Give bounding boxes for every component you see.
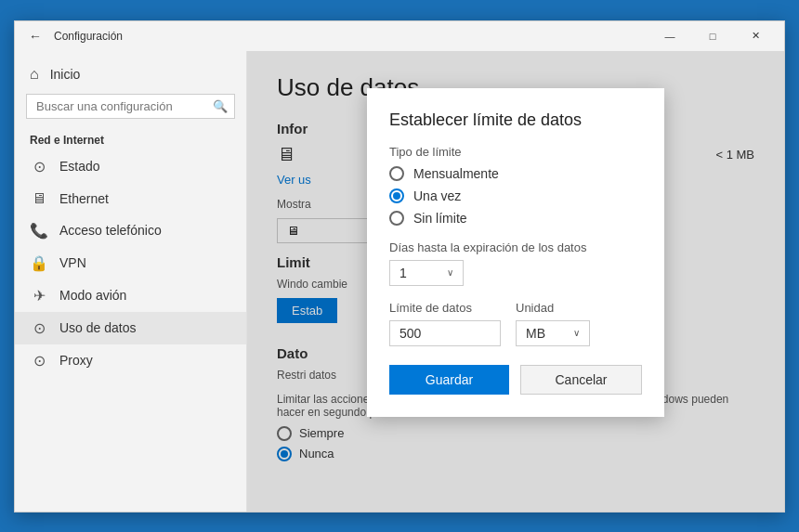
dias-value: 1: [400, 266, 407, 280]
sidebar-section-label: Red e Internet: [15, 126, 246, 150]
search-input[interactable]: [26, 94, 235, 119]
chevron-down-icon: ∨: [573, 328, 580, 338]
sidebar-item-label: Estado: [59, 159, 100, 174]
sidebar-item-label: Ethernet: [59, 191, 109, 206]
mensualmente-label: Mensualmente: [413, 166, 499, 181]
unidad-field: Unidad MB ∨: [516, 301, 590, 346]
sidebar-item-label: Modo avión: [59, 288, 126, 303]
home-icon: ⌂: [30, 66, 39, 83]
tipo-radio-group: Mensualmente Una vez Sin límite: [389, 166, 642, 226]
content-area: Uso de datos Infor 🖥 < 1 MB Ver us Mostr…: [247, 51, 784, 512]
proxy-icon: ⊙: [30, 352, 48, 370]
tipo-label: Tipo de límite: [389, 145, 642, 159]
acceso-icon: 📞: [30, 222, 48, 240]
sidebar-item-ethernet[interactable]: 🖥 Ethernet: [15, 183, 246, 214]
modal-inputs-row: Límite de datos Unidad MB ∨: [389, 301, 642, 346]
search-icon: 🔍: [213, 99, 228, 113]
limite-input[interactable]: [389, 320, 501, 346]
save-button[interactable]: Guardar: [389, 365, 509, 395]
radio-una-vez[interactable]: Una vez: [389, 188, 642, 203]
back-button[interactable]: ←: [22, 23, 48, 49]
limite-field: Límite de datos: [389, 301, 501, 346]
cancel-button[interactable]: Cancelar: [520, 365, 642, 395]
minimize-button[interactable]: —: [648, 21, 691, 51]
sidebar-item-vpn[interactable]: 🔒 VPN: [15, 247, 246, 279]
sidebar-item-modo-avion[interactable]: ✈ Modo avión: [15, 279, 246, 312]
close-button[interactable]: ✕: [734, 21, 777, 51]
limite-label: Límite de datos: [389, 301, 501, 315]
modal-dialog: Establecer límite de datos Tipo de límit…: [367, 88, 664, 417]
sin-limite-label: Sin límite: [413, 211, 467, 226]
sidebar-item-label: Uso de datos: [59, 320, 137, 335]
vpn-icon: 🔒: [30, 254, 48, 272]
radio-mensualmente[interactable]: Mensualmente: [389, 166, 642, 181]
radio-sin-limite[interactable]: Sin límite: [389, 211, 642, 226]
estado-icon: ⊙: [30, 158, 48, 175]
sidebar-item-label: Acceso telefónico: [59, 223, 162, 238]
modal-buttons: Guardar Cancelar: [389, 365, 642, 395]
unidad-label: Unidad: [516, 301, 590, 315]
radio-una-vez-circle: [389, 188, 404, 203]
chevron-down-icon: ∨: [447, 267, 453, 278]
window-title: Configuración: [54, 30, 123, 43]
sidebar-item-label: Proxy: [59, 353, 93, 368]
window-controls: — □ ✕: [648, 21, 777, 51]
maximize-button[interactable]: □: [691, 21, 734, 51]
sidebar-item-estado[interactable]: ⊙ Estado: [15, 150, 246, 183]
unidad-select[interactable]: MB ∨: [516, 320, 590, 346]
una-vez-label: Una vez: [413, 188, 461, 203]
ethernet-icon: 🖥: [30, 190, 48, 207]
radio-mensualmente-circle: [389, 166, 404, 181]
sidebar-item-uso-datos[interactable]: ⊙ Uso de datos: [15, 312, 246, 344]
radio-sin-limite-circle: [389, 211, 404, 226]
sidebar-item-label: VPN: [59, 255, 86, 270]
modal-overlay: Establecer límite de datos Tipo de límit…: [247, 51, 784, 512]
search-box: 🔍: [26, 94, 235, 119]
modal-title: Establecer límite de datos: [389, 110, 642, 130]
home-label: Inicio: [50, 67, 81, 82]
titlebar: ← Configuración — □ ✕: [15, 21, 784, 51]
sidebar-item-proxy[interactable]: ⊙ Proxy: [15, 344, 246, 377]
modo-avion-icon: ✈: [30, 287, 48, 305]
unidad-value: MB: [526, 326, 545, 341]
sidebar-item-home[interactable]: ⌂ Inicio: [15, 58, 246, 90]
dias-label: Días hasta la expiración de los datos: [389, 240, 642, 254]
dias-dropdown[interactable]: 1 ∨: [389, 260, 464, 286]
sidebar-item-acceso[interactable]: 📞 Acceso telefónico: [15, 214, 246, 247]
uso-datos-icon: ⊙: [30, 319, 48, 337]
sidebar: ⌂ Inicio 🔍 Red e Internet ⊙ Estado 🖥 Eth…: [15, 51, 247, 512]
